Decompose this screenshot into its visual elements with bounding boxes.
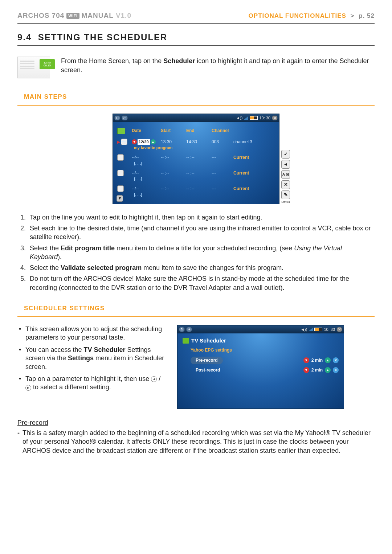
manual-label: MANUAL	[82, 11, 114, 20]
volume-icon[interactable]: ◄))	[236, 115, 242, 121]
calendar-icon: 12:45 00:15	[40, 59, 55, 69]
divider	[17, 45, 375, 46]
pre-record-row[interactable]: Pre-record ▼ 2 min ▲ X	[191, 357, 339, 364]
post-record-row[interactable]: Post-record ▼ 2 min ▲ X	[191, 366, 339, 374]
reset-icon[interactable]: X	[333, 357, 339, 363]
pre-record-heading: Pre-record	[17, 418, 375, 427]
play-icon: ▶	[117, 139, 120, 145]
back-icon[interactable]: ◄	[281, 160, 290, 169]
scheduler-row[interactable]: --/-- -- :-- -- :-- --- Current	[113, 168, 279, 177]
clock: 10: 30	[324, 327, 335, 332]
program-title: [. . .]	[113, 192, 279, 197]
pre-record-text: This is a safety margin added to the beg…	[23, 428, 375, 455]
scheduler-row[interactable]: ▶••• ▼12/20▲ 13:30 14:30 003 channel 3	[113, 136, 279, 146]
section-title: 9.4 SETTING THE SCHEDULER	[17, 32, 375, 43]
down-icon[interactable]: ▼	[303, 367, 309, 373]
step-item: Select the Edit program title menu item …	[28, 244, 375, 262]
right-arrow-icon: ►	[25, 385, 31, 391]
battery-icon	[314, 328, 322, 331]
up-icon[interactable]: ▲	[325, 357, 331, 363]
checkbox[interactable]	[117, 185, 124, 192]
scheduler-row[interactable]: --/-- -- :-- -- :-- --- Current	[113, 152, 279, 161]
brand: ARCHOS 704	[17, 11, 64, 20]
up-icon[interactable]: ▲	[151, 139, 156, 144]
down-icon[interactable]: ▼	[132, 139, 137, 144]
down-icon[interactable]: ▼	[303, 357, 309, 363]
wifi-badge: WIFI	[66, 13, 79, 19]
program-title: [. . .]	[113, 161, 279, 166]
left-arrow-icon: ◄	[151, 376, 157, 382]
status-bar: ↻ ✦ ◄)) 10: 30 ✕	[177, 325, 344, 333]
close-icon[interactable]: ✕	[272, 115, 278, 120]
page-header: ARCHOS 704 WIFI MANUAL V1.0 OPTIONAL FUN…	[17, 11, 375, 20]
dash-bullet: -	[17, 428, 23, 455]
up-icon[interactable]: ▲	[325, 367, 331, 373]
settings-block: This screen allows you to adjust the sch…	[17, 325, 375, 409]
bullet-item: You can access the TV Scheduler Settings…	[19, 346, 166, 371]
divider-orange	[17, 316, 375, 317]
cancel-icon[interactable]: ✕	[281, 180, 290, 189]
step-item: Do not turn off the ARCHOS device! Make …	[28, 274, 375, 292]
refresh-icon[interactable]: ↻	[179, 327, 185, 332]
divider-orange	[17, 105, 375, 106]
clock: 10: 30	[259, 115, 270, 121]
calendar-icon	[117, 128, 125, 134]
bullet-item: This screen allows you to adjust the sch…	[19, 325, 166, 342]
step-item: Select the Validate selected program men…	[28, 263, 375, 272]
volume-icon[interactable]: ◄))	[301, 327, 307, 332]
scheduler-screenshot: ↻ ▭ ◄)) 10: 30 ✕ Date Start End Channel …	[113, 114, 279, 204]
intro-text: From the Home Screen, tap on the Schedul…	[61, 57, 375, 74]
side-toolbar: ✓ ◄ A b| ✕ ✎ MENU	[281, 150, 290, 205]
page-number: p. 52	[359, 12, 375, 19]
settings-bullets: This screen allows you to adjust the sch…	[19, 325, 166, 392]
checkbox[interactable]: •••	[121, 139, 127, 145]
gear-icon[interactable]: ✦	[186, 327, 192, 332]
scheduler-row[interactable]: --/-- -- :-- -- :-- --- Current	[113, 183, 279, 193]
program-title: my favorite program	[113, 145, 279, 151]
reset-icon[interactable]: X	[333, 367, 339, 373]
signal-icon	[244, 116, 248, 120]
scheduler-settings-heading: SCHEDULER SETTINGS	[24, 304, 375, 313]
scheduler-thumbnail: 12:45 00:15	[17, 57, 50, 78]
steps-list: Tap on the line you want to edit to high…	[28, 213, 375, 292]
caret-icon: >	[351, 12, 355, 19]
tv-icon[interactable]: ▭	[122, 115, 128, 120]
calendar-icon	[183, 338, 189, 344]
intro-block: 12:45 00:15 From the Home Screen, tap on…	[17, 57, 375, 78]
checkbox[interactable]	[117, 154, 124, 161]
divider	[17, 23, 375, 24]
battery-icon	[250, 116, 258, 120]
signal-icon	[309, 328, 313, 331]
tools-icon[interactable]: ✎	[281, 190, 290, 199]
tv-scheduler-screenshot: ↻ ✦ ◄)) 10: 30 ✕ TV Scheduler Yahoo EPG …	[177, 325, 344, 409]
ok-icon[interactable]: ✓	[281, 150, 290, 159]
checkbox[interactable]	[117, 170, 124, 176]
close-icon[interactable]: ✕	[336, 327, 342, 332]
program-title: [. . .]	[113, 176, 279, 182]
main-steps-heading: MAIN STEPS	[24, 93, 375, 101]
scroll-down-icon[interactable]: ▼	[117, 195, 123, 202]
yahoo-epg-label: Yahoo EPG settings	[191, 347, 339, 353]
tv-scheduler-title: TV Scheduler	[183, 337, 339, 344]
pre-record-section: Pre-record - This is a safety margin add…	[17, 418, 375, 455]
version-label: V1.0	[116, 11, 131, 20]
step-item: Set each line to the desired date, time …	[28, 224, 375, 242]
section-name: OPTIONAL FUNCTIONALITIES	[249, 12, 346, 19]
menu-label: MENU	[281, 201, 290, 205]
step-item: Tap on the line you want to edit to high…	[28, 213, 375, 222]
refresh-icon[interactable]: ↻	[114, 115, 120, 120]
keyboard-icon[interactable]: A b|	[281, 170, 290, 179]
table-header: Date Start End Channel	[113, 125, 279, 136]
bullet-item: Tap on a parameter to highlight it, then…	[19, 375, 166, 392]
status-bar: ↻ ▭ ◄)) 10: 30 ✕	[113, 114, 279, 122]
